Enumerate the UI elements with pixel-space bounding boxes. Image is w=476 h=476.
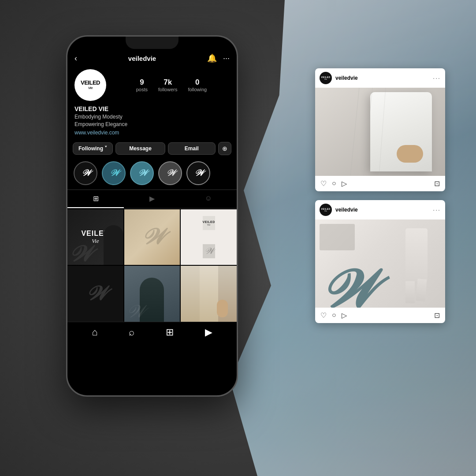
avatar-logo-veiled: VEILED [81,80,100,86]
tab-tagged[interactable]: ☺ [180,190,237,208]
grid-cell-4[interactable]: 𝒲 [67,266,123,322]
tab-reels[interactable]: ▶ [124,190,180,208]
post-1-username: veiledvie [335,75,358,81]
person-walking [405,228,428,299]
highlight-w-4: 𝒲 [166,168,175,178]
post-2-comment-icon[interactable]: ○ [332,311,336,320]
hand-shape [217,300,228,317]
post-1-more[interactable]: ··· [433,74,441,82]
search-icon[interactable]: ⌕ [129,327,134,338]
post-card-1: VEILED Vie veiledvie ··· ♡ ○ [315,68,445,191]
highlight-1[interactable]: 𝒲 [74,161,97,185]
story-highlights: 𝒲 𝒲 𝒲 𝒲 𝒲 [67,159,237,190]
w-overlay-1: 𝒲 [69,241,90,265]
post-1-comment-icon[interactable]: ○ [332,179,336,188]
post-2-share-icon[interactable]: ▷ [342,311,347,320]
stat-posts-label: posts [136,87,148,92]
following-button[interactable]: Following ˅ [73,142,113,155]
post-2-heart-icon[interactable]: ♡ [320,311,327,320]
grid-cell-3-top: VEILED Vie [203,216,215,230]
post-cards: VEILED Vie veiledvie ··· ♡ ○ [315,68,445,323]
reels-nav-icon[interactable]: ▶ [205,327,212,338]
grid-cell-6[interactable] [181,266,237,322]
action-buttons: Following ˅ Message Email ⊕ [67,139,237,159]
notification-icon[interactable]: 🔔 [207,53,217,63]
strip-1 [181,266,199,322]
grid-cell-2-w: 𝒲 [141,224,163,250]
more-icon[interactable]: ··· [223,54,230,63]
stat-followers: 7k followers [158,78,177,92]
phone-screen: ‹ veiledvie 🔔 ··· VEILED Vie 9 posts [67,37,237,395]
highlight-w-2: 𝒲 [110,168,118,178]
post-2-logo-script: Vie [324,210,327,212]
header-icons: 🔔 ··· [207,53,230,63]
profile-name: VEILED VIE [74,105,230,112]
bio-line1: Embodying Modesty [74,113,230,121]
tab-grid[interactable]: ⊞ [67,190,124,208]
instagram-header: ‹ veiledvie 🔔 ··· [67,50,237,65]
highlight-4[interactable]: 𝒲 [158,161,182,185]
email-button[interactable]: Email [168,142,216,155]
phone-bottom-nav: ⌂ ⌕ ⊞ ▶ [67,322,237,347]
post-2-actions-left: ♡ ○ ▷ [320,311,347,320]
post-1-header-left: VEILED Vie veiledvie [320,72,358,84]
grid-cell-3[interactable]: VEILED Vie 𝒲 [181,209,237,265]
post-2-more[interactable]: ··· [433,206,441,213]
stat-followers-number: 7k [164,78,172,87]
back-icon[interactable]: ‹ [74,54,77,63]
person-body [405,228,428,281]
post-1-logo: VEILED Vie [321,76,330,80]
post-2-logo: VEILED Vie [321,208,330,212]
home-icon[interactable]: ⌂ [92,327,97,338]
stat-following-number: 0 [195,78,199,87]
post-2-actions: ♡ ○ ▷ ⊡ [315,308,445,323]
bio-website[interactable]: www.veiledvie.com [74,130,230,136]
highlight-ring-1: 𝒲 [74,161,97,185]
post-1-logo-script: Vie [324,78,327,80]
highlight-ring-2: 𝒲 [102,161,126,185]
svg-line-0 [350,88,359,176]
post-1-avatar: VEILED Vie [320,72,332,84]
grid-cell-1[interactable]: VEILED Vie 𝒲 [67,209,123,265]
post-2-w-script: 𝒲 [320,264,370,308]
highlight-3[interactable]: 𝒲 [130,161,154,185]
content-tab-bar: ⊞ ▶ ☺ [67,190,237,208]
profile-username-header: veiledvie [128,55,156,62]
add-post-icon[interactable]: ⊞ [166,327,174,338]
highlight-w-3: 𝒲 [138,168,146,178]
post-2-username: veiledvie [335,207,358,213]
post-2-header-left: VEILED Vie veiledvie [320,204,358,216]
add-friend-button[interactable]: ⊕ [218,142,231,155]
post-2-bookmark-icon[interactable]: ⊡ [434,311,440,320]
highlight-2[interactable]: 𝒲 [102,161,126,185]
svg-line-1 [364,88,372,176]
highlight-ring-4: 𝒲 [158,161,182,185]
grid-cell-2[interactable]: 𝒲 [124,209,180,265]
bg-element [320,224,355,250]
stats-row: 9 posts 7k followers 0 following [113,78,230,92]
avatar-logo-vie: Vie [88,86,93,90]
fabric-lines-svg [315,88,445,176]
stat-posts: 9 posts [136,78,148,92]
svg-line-2 [379,88,386,176]
grid-cell-3-bottom: 𝒲 [203,244,215,258]
avatar-logo: VEILED Vie [81,80,100,90]
post-1-bookmark-icon[interactable]: ⊡ [434,179,440,188]
phone-mockup: ‹ veiledvie 🔔 ··· VEILED Vie 9 posts [66,35,238,397]
post-2-avatar: VEILED Vie [320,204,332,216]
post-card-2: VEILED Vie veiledvie ··· 𝒲 [315,200,445,323]
bio-line2: Empowering Elegance [74,121,230,128]
phone-notch [126,37,178,49]
post-1-actions-left: ♡ ○ ▷ [320,179,347,188]
highlight-5[interactable]: 𝒲 [186,161,210,185]
post-1-share-icon[interactable]: ▷ [342,179,347,188]
tagged-icon: ☺ [205,194,212,202]
grid-cell-5[interactable]: 𝒲 [124,266,180,322]
profile-info: VEILED Vie 9 posts 7k followers 0 follow… [67,65,237,104]
post-1-heart-icon[interactable]: ♡ [320,179,327,188]
grid-cell-4-w: 𝒲 [86,282,105,305]
post-2-header: VEILED Vie veiledvie ··· [315,200,445,219]
message-button[interactable]: Message [115,142,165,155]
post-1-actions: ♡ ○ ▷ ⊡ [315,176,445,191]
person-legs [405,281,428,303]
